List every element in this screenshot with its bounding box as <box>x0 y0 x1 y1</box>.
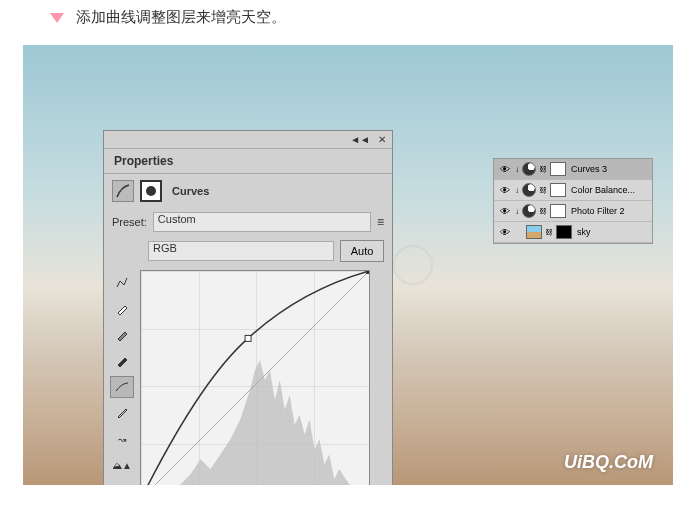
mask-thumb <box>550 204 566 218</box>
adjustment-type-label: Curves <box>172 185 209 197</box>
caption-text: 添加曲线调整图层来增亮天空。 <box>76 8 286 27</box>
layer-row[interactable]: 👁 ↓ ⛓ Color Balance... <box>494 180 652 201</box>
adjustment-thumb-icon <box>522 162 536 176</box>
clip-indicator-icon: ↓ <box>515 165 519 174</box>
clip-indicator-icon: ↓ <box>515 186 519 195</box>
curve-graph[interactable] <box>140 270 370 485</box>
gray-eyedropper-icon[interactable] <box>110 324 134 346</box>
properties-panel: ◄◄ ✕ Properties Curves Preset: Custom ≡ … <box>103 130 393 485</box>
watermark-center-icon <box>393 245 433 285</box>
preset-select[interactable]: Custom <box>153 212 371 232</box>
white-eyedropper-icon[interactable] <box>110 298 134 320</box>
mask-icon[interactable] <box>140 180 162 202</box>
visibility-icon[interactable]: 👁 <box>498 164 512 175</box>
triangle-marker-icon <box>50 13 64 23</box>
visibility-icon[interactable]: 👁 <box>498 185 512 196</box>
svg-rect-3 <box>366 271 369 274</box>
link-icon: ⛓ <box>539 207 547 216</box>
point-tool-icon[interactable] <box>110 376 134 398</box>
layer-row[interactable]: 👁 ↓ ⛓ Photo Filter 2 <box>494 201 652 222</box>
link-icon: ⛓ <box>539 186 547 195</box>
clip-indicator-icon: ↓ <box>515 207 519 216</box>
channel-select[interactable]: RGB <box>148 241 334 261</box>
visibility-icon[interactable]: 👁 <box>498 206 512 217</box>
black-eyedropper-icon[interactable] <box>110 350 134 372</box>
curves-adjustment-icon[interactable] <box>112 180 134 202</box>
visibility-icon[interactable]: 👁 <box>498 227 512 238</box>
mask-thumb <box>550 162 566 176</box>
layer-name: Color Balance... <box>571 185 635 195</box>
layer-row[interactable]: 👁 ⛓ sky <box>494 222 652 243</box>
properties-tab[interactable]: Properties <box>104 149 392 174</box>
layers-panel: 👁 ↓ ⛓ Curves 3 👁 ↓ ⛓ Color Balance... 👁 … <box>493 158 653 244</box>
smooth-tool-icon[interactable]: ↝ <box>110 428 134 450</box>
svg-rect-2 <box>245 335 251 341</box>
clip-tool-icon[interactable]: ⛰▲ <box>110 454 134 476</box>
link-icon: ⛓ <box>539 165 547 174</box>
pencil-tool-icon[interactable] <box>110 402 134 424</box>
layer-thumb <box>526 225 542 239</box>
panel-titlebar: ◄◄ ✕ <box>104 131 392 149</box>
watermark-text: UiBQ.CoM <box>564 452 653 473</box>
layer-name: Photo Filter 2 <box>571 206 625 216</box>
on-image-tool-icon[interactable] <box>110 272 134 294</box>
layer-row[interactable]: 👁 ↓ ⛓ Curves 3 <box>494 159 652 180</box>
mask-thumb <box>550 183 566 197</box>
layer-name: sky <box>577 227 591 237</box>
auto-button[interactable]: Auto <box>340 240 384 262</box>
mask-thumb <box>556 225 572 239</box>
adjustment-thumb-icon <box>522 183 536 197</box>
close-icon[interactable]: ✕ <box>378 134 386 145</box>
preset-label: Preset: <box>112 216 147 228</box>
preset-menu-icon[interactable]: ≡ <box>377 215 384 229</box>
link-icon: ⛓ <box>545 228 553 237</box>
canvas-background: UiBQ.CoM ◄◄ ✕ Properties Curves Preset: … <box>23 45 673 485</box>
adjustment-thumb-icon <box>522 204 536 218</box>
layer-name: Curves 3 <box>571 164 607 174</box>
collapse-icon[interactable]: ◄◄ <box>350 134 370 145</box>
